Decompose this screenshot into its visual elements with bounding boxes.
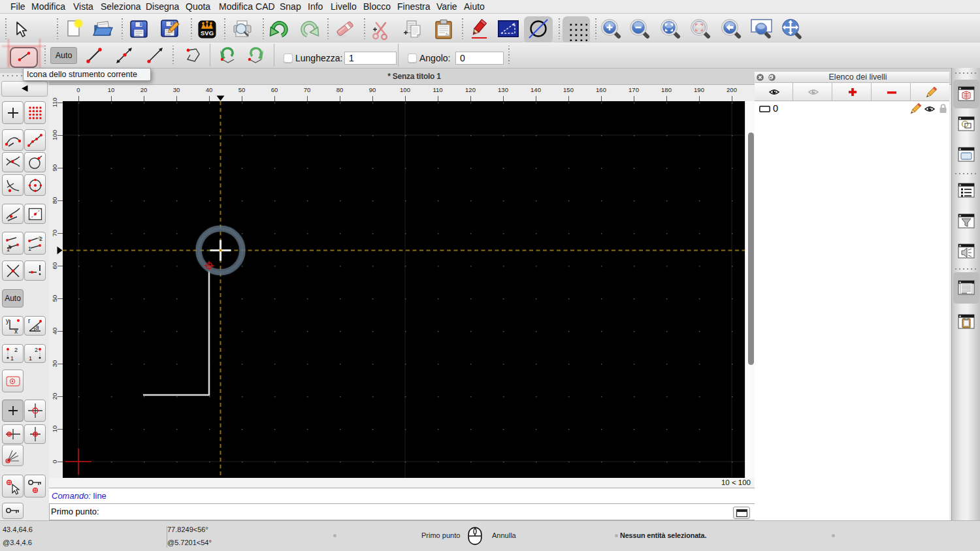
- svg-text:1: 1: [7, 246, 10, 252]
- svg-text:2: 2: [35, 347, 38, 353]
- svg-text:SVG: SVG: [201, 29, 214, 37]
- svg-text:1: 1: [29, 355, 32, 362]
- svg-text:r: r: [28, 317, 31, 324]
- svg-text:1: 1: [10, 355, 14, 362]
- svg-text:1: 1: [28, 245, 31, 252]
- svg-text:y: y: [6, 317, 9, 324]
- svg-text:2: 2: [14, 347, 18, 353]
- svg-text:2: 2: [39, 236, 42, 242]
- svg-text:a: a: [35, 324, 39, 331]
- svg-text:x: x: [14, 328, 18, 334]
